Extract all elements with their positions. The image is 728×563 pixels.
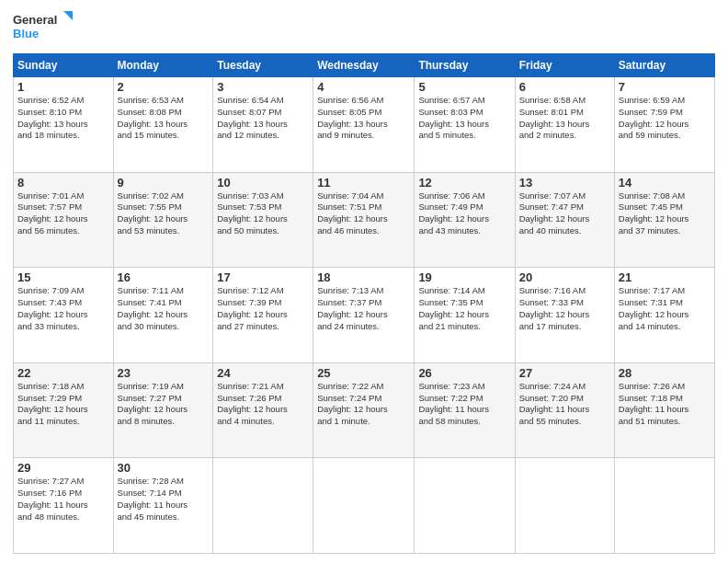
day-info: Sunrise: 7:28 AM Sunset: 7:14 PM Dayligh… bbox=[118, 476, 210, 523]
weekday-header-friday: Friday bbox=[515, 54, 614, 77]
calendar-cell: 10Sunrise: 7:03 AM Sunset: 7:53 PM Dayli… bbox=[213, 172, 313, 268]
day-info: Sunrise: 7:19 AM Sunset: 7:27 PM Dayligh… bbox=[118, 381, 210, 428]
calendar-cell: 20Sunrise: 7:16 AM Sunset: 7:33 PM Dayli… bbox=[515, 268, 614, 363]
calendar-cell: 9Sunrise: 7:02 AM Sunset: 7:55 PM Daylig… bbox=[113, 172, 213, 268]
svg-text:General: General bbox=[13, 13, 57, 27]
calendar-cell: 3Sunrise: 6:54 AM Sunset: 8:07 PM Daylig… bbox=[213, 77, 313, 173]
day-info: Sunrise: 6:59 AM Sunset: 7:59 PM Dayligh… bbox=[619, 95, 711, 142]
day-info: Sunrise: 7:17 AM Sunset: 7:31 PM Dayligh… bbox=[619, 285, 711, 332]
svg-text:Blue: Blue bbox=[13, 27, 39, 40]
day-info: Sunrise: 7:14 AM Sunset: 7:35 PM Dayligh… bbox=[418, 285, 510, 332]
calendar-cell bbox=[213, 458, 313, 554]
calendar-cell: 1Sunrise: 6:52 AM Sunset: 8:10 PM Daylig… bbox=[14, 77, 114, 173]
day-info: Sunrise: 7:11 AM Sunset: 7:41 PM Dayligh… bbox=[118, 285, 210, 332]
calendar-cell: 27Sunrise: 7:24 AM Sunset: 7:20 PM Dayli… bbox=[515, 362, 614, 458]
calendar-cell: 8Sunrise: 7:01 AM Sunset: 7:57 PM Daylig… bbox=[14, 172, 114, 268]
calendar-cell: 22Sunrise: 7:18 AM Sunset: 7:29 PM Dayli… bbox=[14, 362, 114, 458]
logo-area: General Blue bbox=[13, 9, 77, 46]
day-info: Sunrise: 7:08 AM Sunset: 7:45 PM Dayligh… bbox=[619, 190, 711, 237]
weekday-header-tuesday: Tuesday bbox=[213, 54, 313, 77]
header: General Blue bbox=[13, 9, 715, 46]
day-info: Sunrise: 7:18 AM Sunset: 7:29 PM Dayligh… bbox=[17, 381, 109, 428]
day-number: 21 bbox=[619, 270, 711, 284]
day-number: 14 bbox=[619, 176, 711, 190]
calendar-cell bbox=[313, 458, 415, 554]
day-number: 23 bbox=[118, 366, 210, 380]
weekday-header-monday: Monday bbox=[113, 54, 213, 77]
day-number: 26 bbox=[418, 366, 510, 380]
day-info: Sunrise: 7:23 AM Sunset: 7:22 PM Dayligh… bbox=[418, 381, 510, 428]
day-number: 6 bbox=[519, 80, 610, 94]
day-number: 10 bbox=[217, 176, 309, 190]
day-number: 30 bbox=[118, 461, 210, 475]
calendar-table: SundayMondayTuesdayWednesdayThursdayFrid… bbox=[13, 53, 715, 554]
calendar-cell: 28Sunrise: 7:26 AM Sunset: 7:18 PM Dayli… bbox=[614, 362, 714, 458]
day-number: 12 bbox=[418, 176, 510, 190]
day-number: 24 bbox=[217, 366, 309, 380]
weekday-header-sunday: Sunday bbox=[14, 54, 114, 77]
svg-marker-2 bbox=[63, 11, 73, 20]
day-number: 5 bbox=[418, 80, 510, 94]
day-number: 1 bbox=[17, 80, 109, 94]
day-number: 16 bbox=[118, 270, 210, 284]
calendar-cell: 25Sunrise: 7:22 AM Sunset: 7:24 PM Dayli… bbox=[313, 362, 415, 458]
calendar-cell: 29Sunrise: 7:27 AM Sunset: 7:16 PM Dayli… bbox=[14, 458, 114, 554]
day-info: Sunrise: 7:16 AM Sunset: 7:33 PM Dayligh… bbox=[519, 285, 610, 332]
day-info: Sunrise: 7:02 AM Sunset: 7:55 PM Dayligh… bbox=[118, 190, 210, 237]
day-info: Sunrise: 7:01 AM Sunset: 7:57 PM Dayligh… bbox=[17, 190, 109, 237]
day-info: Sunrise: 7:21 AM Sunset: 7:26 PM Dayligh… bbox=[217, 381, 309, 428]
day-number: 8 bbox=[17, 176, 109, 190]
day-number: 28 bbox=[619, 366, 711, 380]
general-blue-logo: General Blue bbox=[13, 9, 77, 46]
day-info: Sunrise: 7:04 AM Sunset: 7:51 PM Dayligh… bbox=[317, 190, 410, 237]
day-number: 25 bbox=[317, 366, 410, 380]
day-number: 4 bbox=[317, 80, 410, 94]
day-info: Sunrise: 7:09 AM Sunset: 7:43 PM Dayligh… bbox=[17, 285, 109, 332]
calendar-cell: 15Sunrise: 7:09 AM Sunset: 7:43 PM Dayli… bbox=[14, 268, 114, 363]
day-number: 15 bbox=[17, 270, 109, 284]
calendar-cell: 23Sunrise: 7:19 AM Sunset: 7:27 PM Dayli… bbox=[113, 362, 213, 458]
day-number: 20 bbox=[519, 270, 610, 284]
calendar-cell: 24Sunrise: 7:21 AM Sunset: 7:26 PM Dayli… bbox=[213, 362, 313, 458]
calendar-cell: 18Sunrise: 7:13 AM Sunset: 7:37 PM Dayli… bbox=[313, 268, 415, 363]
calendar-cell: 14Sunrise: 7:08 AM Sunset: 7:45 PM Dayli… bbox=[614, 172, 714, 268]
day-info: Sunrise: 7:12 AM Sunset: 7:39 PM Dayligh… bbox=[217, 285, 309, 332]
day-number: 29 bbox=[17, 461, 109, 475]
calendar-cell: 26Sunrise: 7:23 AM Sunset: 7:22 PM Dayli… bbox=[415, 362, 515, 458]
day-info: Sunrise: 7:03 AM Sunset: 7:53 PM Dayligh… bbox=[217, 190, 309, 237]
calendar-cell: 7Sunrise: 6:59 AM Sunset: 7:59 PM Daylig… bbox=[614, 77, 714, 173]
day-info: Sunrise: 7:26 AM Sunset: 7:18 PM Dayligh… bbox=[619, 381, 711, 428]
calendar-cell bbox=[614, 458, 714, 554]
calendar-cell bbox=[515, 458, 614, 554]
calendar-cell: 12Sunrise: 7:06 AM Sunset: 7:49 PM Dayli… bbox=[415, 172, 515, 268]
calendar-week-row: 8Sunrise: 7:01 AM Sunset: 7:57 PM Daylig… bbox=[14, 172, 715, 268]
weekday-header-saturday: Saturday bbox=[614, 54, 714, 77]
day-number: 7 bbox=[619, 80, 711, 94]
calendar-week-row: 15Sunrise: 7:09 AM Sunset: 7:43 PM Dayli… bbox=[14, 268, 715, 363]
calendar-cell: 17Sunrise: 7:12 AM Sunset: 7:39 PM Dayli… bbox=[213, 268, 313, 363]
day-number: 3 bbox=[217, 80, 309, 94]
day-info: Sunrise: 7:13 AM Sunset: 7:37 PM Dayligh… bbox=[317, 285, 410, 332]
calendar-cell: 6Sunrise: 6:58 AM Sunset: 8:01 PM Daylig… bbox=[515, 77, 614, 173]
day-info: Sunrise: 6:56 AM Sunset: 8:05 PM Dayligh… bbox=[317, 95, 410, 142]
day-number: 13 bbox=[519, 176, 610, 190]
day-number: 19 bbox=[418, 270, 510, 284]
day-info: Sunrise: 7:24 AM Sunset: 7:20 PM Dayligh… bbox=[519, 381, 610, 428]
weekday-header-thursday: Thursday bbox=[415, 54, 515, 77]
day-info: Sunrise: 6:53 AM Sunset: 8:08 PM Dayligh… bbox=[118, 95, 210, 142]
calendar-cell: 13Sunrise: 7:07 AM Sunset: 7:47 PM Dayli… bbox=[515, 172, 614, 268]
calendar-cell bbox=[415, 458, 515, 554]
calendar-cell: 16Sunrise: 7:11 AM Sunset: 7:41 PM Dayli… bbox=[113, 268, 213, 363]
calendar-week-row: 22Sunrise: 7:18 AM Sunset: 7:29 PM Dayli… bbox=[14, 362, 715, 458]
day-info: Sunrise: 7:06 AM Sunset: 7:49 PM Dayligh… bbox=[418, 190, 510, 237]
day-info: Sunrise: 7:27 AM Sunset: 7:16 PM Dayligh… bbox=[17, 476, 109, 523]
day-info: Sunrise: 6:52 AM Sunset: 8:10 PM Dayligh… bbox=[17, 95, 109, 142]
calendar-cell: 11Sunrise: 7:04 AM Sunset: 7:51 PM Dayli… bbox=[313, 172, 415, 268]
day-number: 11 bbox=[317, 176, 410, 190]
day-number: 22 bbox=[17, 366, 109, 380]
calendar-cell: 4Sunrise: 6:56 AM Sunset: 8:05 PM Daylig… bbox=[313, 77, 415, 173]
day-number: 18 bbox=[317, 270, 410, 284]
calendar-week-row: 1Sunrise: 6:52 AM Sunset: 8:10 PM Daylig… bbox=[14, 77, 715, 173]
calendar-cell: 2Sunrise: 6:53 AM Sunset: 8:08 PM Daylig… bbox=[113, 77, 213, 173]
day-number: 17 bbox=[217, 270, 309, 284]
